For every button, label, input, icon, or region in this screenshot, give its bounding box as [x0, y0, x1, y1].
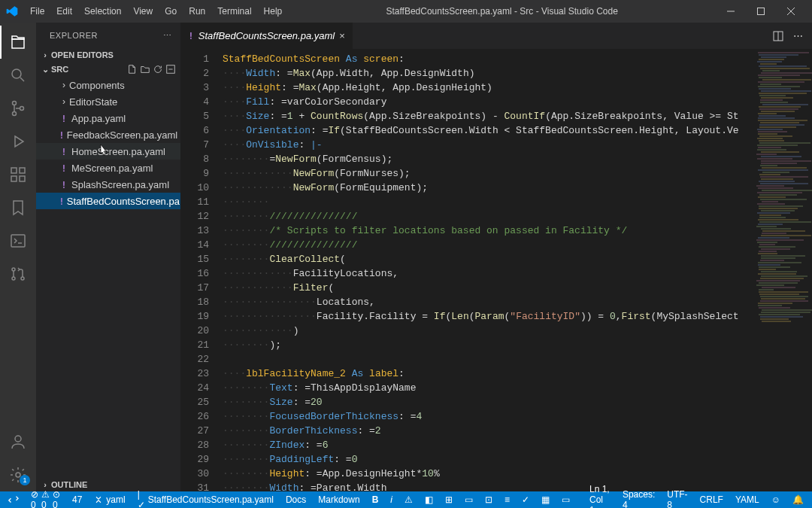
- settings-activity[interactable]: 1: [0, 458, 36, 491]
- refresh-icon[interactable]: [153, 64, 163, 75]
- new-folder-icon[interactable]: [140, 64, 150, 75]
- sb-icon[interactable]: ⊞: [443, 494, 455, 505]
- code-content[interactable]: StaffBedCountsScreen As screen:····Width…: [223, 49, 752, 491]
- file-item[interactable]: !App.pa.yaml: [36, 110, 180, 126]
- minimize-button[interactable]: [716, 0, 746, 23]
- more-actions-icon[interactable]: ⋯: [793, 30, 803, 41]
- collapse-icon[interactable]: [165, 64, 176, 75]
- file-item[interactable]: !StaffBedCountsScreen.pa.yaml: [36, 193, 180, 209]
- menu-go[interactable]: Go: [159, 3, 183, 20]
- folder-item[interactable]: ›EditorState: [36, 93, 180, 110]
- svg-rect-12: [20, 176, 25, 181]
- section-label: SRC: [51, 65, 68, 74]
- explorer-activity[interactable]: [0, 26, 36, 59]
- markdown-mode[interactable]: Markdown: [316, 494, 362, 505]
- explorer-more-icon[interactable]: ⋯: [163, 31, 172, 41]
- bold-toggle[interactable]: B: [370, 494, 381, 505]
- editor-tab[interactable]: ! StaffBedCountsScreen.pa.yaml ×: [180, 23, 353, 49]
- vscode-logo-icon: [6, 5, 18, 17]
- code-editor[interactable]: 1234567891011121314151617181920212223242…: [180, 49, 812, 491]
- git-branch[interactable]: yaml: [92, 494, 127, 505]
- activity-bar: 1: [0, 23, 36, 491]
- close-tab-icon[interactable]: ×: [339, 30, 345, 41]
- section-open-editors[interactable]: › OPEN EDITORS: [36, 48, 180, 62]
- sb-icon[interactable]: ▭: [559, 494, 572, 505]
- terminal-activity[interactable]: [0, 224, 36, 257]
- sb-icon[interactable]: ▭: [462, 494, 475, 505]
- sb-icon[interactable]: ⊡: [483, 494, 495, 505]
- window-title: StaffBedCountsScreen.pa.yaml - Src - Vis…: [288, 6, 716, 17]
- file-tree: ›Components›EditorState!App.pa.yaml!Feed…: [36, 77, 180, 209]
- search-activity[interactable]: [0, 59, 36, 92]
- language-mode[interactable]: YAML: [733, 494, 762, 505]
- svg-rect-14: [11, 235, 25, 247]
- bookmarks-activity[interactable]: [0, 191, 36, 224]
- chevron-right-icon: ›: [39, 480, 51, 489]
- encoding[interactable]: UTF-8: [665, 489, 689, 508]
- yaml-file-icon: !: [59, 196, 65, 207]
- minimap[interactable]: [752, 49, 812, 491]
- item-label: SplashScreen.pa.yaml: [71, 179, 169, 190]
- feedback-icon[interactable]: ☺: [769, 494, 783, 505]
- svg-point-16: [12, 277, 15, 280]
- explorer-header: EXPLORER ⋯: [36, 23, 180, 48]
- svg-rect-1: [758, 8, 765, 15]
- run-debug-activity[interactable]: [0, 125, 36, 158]
- sb-icon[interactable]: ▦: [539, 494, 552, 505]
- maximize-button[interactable]: [746, 0, 776, 23]
- docs-link[interactable]: Docs: [283, 494, 308, 505]
- file-item[interactable]: !MeScreen.pa.yaml: [36, 160, 180, 176]
- editor-area: ! StaffBedCountsScreen.pa.yaml × ⋯ 12345…: [180, 23, 812, 491]
- menu-run[interactable]: Run: [183, 3, 211, 20]
- remote-indicator[interactable]: [6, 494, 21, 505]
- svg-rect-10: [11, 168, 17, 173]
- menu-edit[interactable]: Edit: [50, 3, 78, 20]
- item-label: App.pa.yaml: [71, 113, 126, 124]
- svg-line-5: [20, 78, 24, 81]
- menu-selection[interactable]: Selection: [78, 3, 127, 20]
- item-label: Components: [69, 80, 125, 91]
- extensions-activity[interactable]: [0, 158, 36, 191]
- info-count[interactable]: 47: [70, 494, 84, 505]
- section-label: OPEN EDITORS: [51, 50, 114, 59]
- eol[interactable]: CRLF: [698, 494, 726, 505]
- menu-file[interactable]: File: [24, 3, 50, 20]
- file-item[interactable]: !FeedbackScreen.pa.yaml: [36, 126, 180, 143]
- menu-view[interactable]: View: [127, 3, 159, 20]
- italic-toggle[interactable]: i: [388, 494, 395, 505]
- new-file-icon[interactable]: [127, 64, 138, 75]
- yaml-file-icon: !: [188, 30, 194, 41]
- close-button[interactable]: [776, 0, 806, 23]
- title-bar: FileEditSelectionViewGoRunTerminalHelp S…: [0, 0, 812, 23]
- svg-marker-9: [15, 136, 23, 147]
- svg-point-17: [21, 277, 24, 280]
- section-src[interactable]: ⌄ SRC: [36, 62, 180, 77]
- svg-point-18: [15, 436, 21, 442]
- sb-icon[interactable]: ≡: [502, 494, 512, 505]
- status-bar: ⊘ 0 ⚠ 0 ⊙ 0 47 yaml | ✓ StaffBedCountsSc…: [0, 491, 812, 508]
- item-label: FeedbackScreen.pa.yaml: [67, 129, 177, 141]
- section-label: OUTLINE: [51, 480, 87, 489]
- file-item[interactable]: !SplashScreen.pa.yaml: [36, 176, 180, 193]
- item-label: StaffBedCountsScreen.pa.yaml: [67, 196, 180, 207]
- sb-icon[interactable]: ◧: [423, 494, 435, 505]
- file-item[interactable]: !HomeScreen.pa.yaml: [36, 143, 180, 160]
- item-label: EditorState: [69, 96, 117, 108]
- split-editor-icon[interactable]: [772, 30, 784, 42]
- sb-icon[interactable]: ⚠: [402, 494, 415, 505]
- sb-icon[interactable]: ✓: [520, 494, 532, 505]
- source-control-activity[interactable]: [0, 92, 36, 125]
- window-controls: [716, 0, 806, 23]
- notifications-icon[interactable]: 🔔: [790, 494, 806, 505]
- menu-terminal[interactable]: Terminal: [211, 3, 257, 20]
- indentation[interactable]: Spaces: 4: [620, 489, 657, 508]
- file-status[interactable]: | ✓ StaffBedCountsScreen.pa.yaml: [135, 489, 276, 508]
- problems-indicator[interactable]: ⊘ 0 ⚠ 0 ⊙ 0: [29, 489, 62, 508]
- git-pr-activity[interactable]: [0, 257, 36, 291]
- menu-help[interactable]: Help: [258, 3, 289, 20]
- chevron-right-icon: ›: [59, 80, 69, 90]
- settings-badge: 1: [20, 475, 30, 485]
- folder-item[interactable]: ›Components: [36, 77, 180, 93]
- svg-point-6: [13, 102, 17, 105]
- accounts-activity[interactable]: [0, 425, 36, 458]
